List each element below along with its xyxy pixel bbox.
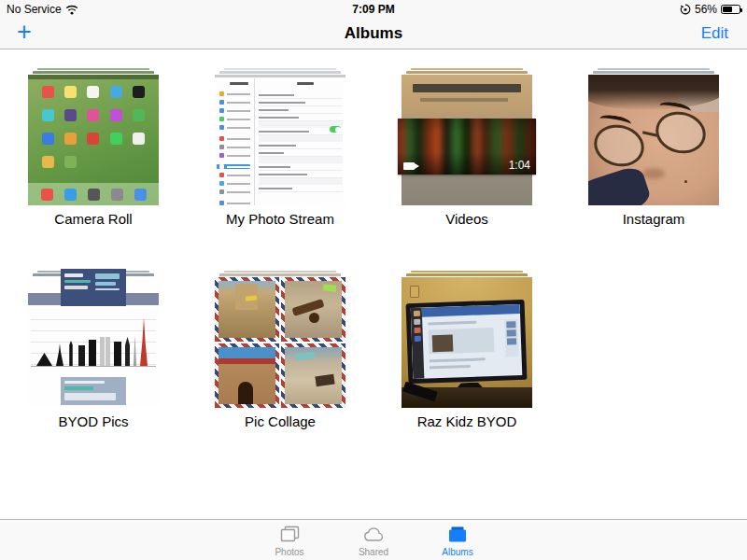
tab-albums[interactable]: Albums (416, 520, 500, 560)
video-duration: 1:04 (509, 159, 530, 172)
album-raz-kidz-byod[interactable]: Raz Kidz BYOD (402, 271, 532, 429)
album-title: Videos (445, 211, 488, 227)
pic-collage-thumbnail (215, 277, 345, 408)
building-height-chart-art (31, 309, 156, 367)
page-title: Albums (0, 24, 747, 43)
glasses-art (589, 119, 648, 172)
album-title: Instagram (623, 211, 685, 227)
instagram-thumbnail (588, 75, 719, 205)
tab-shared[interactable]: Shared (331, 520, 416, 560)
tab-label: Albums (442, 547, 472, 557)
tab-label: Photos (275, 547, 303, 557)
album-videos[interactable]: 1:04 Videos (402, 68, 532, 227)
raz-kidz-byod-thumbnail (402, 277, 532, 408)
album-stack-edges (402, 271, 532, 277)
album-instagram[interactable]: Instagram (588, 68, 719, 227)
album-title: My Photo Stream (226, 211, 334, 227)
infographic-footer-art (61, 377, 126, 405)
album-byod-pics[interactable]: BYOD Pics (28, 271, 159, 429)
tab-photos[interactable]: Photos (247, 520, 331, 560)
shared-cloud-icon (361, 524, 386, 546)
navigation-bar: + Albums Edit (0, 19, 747, 49)
video-camera-icon (403, 162, 415, 170)
album-title: Raz Kidz BYOD (417, 413, 517, 429)
album-stack-edges (588, 68, 719, 75)
album-title: Camera Roll (54, 211, 132, 227)
albums-icon (445, 524, 470, 546)
album-pic-collage[interactable]: Pic Collage (215, 271, 345, 429)
my-photo-stream-thumbnail (215, 75, 345, 205)
home-screen-app-icons (36, 86, 150, 168)
green-toggle-art (330, 126, 341, 133)
settings-detail-art (259, 91, 343, 192)
settings-sidebar-art (219, 91, 250, 205)
battery-icon (721, 5, 740, 14)
album-title: BYOD Pics (58, 413, 128, 429)
infographic-title-art (61, 269, 126, 306)
tab-label: Shared (359, 547, 388, 557)
camera-roll-thumbnail (28, 75, 159, 205)
album-title: Pic Collage (245, 413, 316, 429)
video-poster-frame: 1:04 (398, 119, 536, 175)
album-camera-roll[interactable]: Camera Roll (28, 68, 159, 227)
home-screen-dock (28, 183, 159, 205)
monitor-art (406, 300, 528, 384)
album-stack-edges (28, 68, 159, 75)
photos-icon (277, 524, 302, 546)
videos-thumbnail: 1:04 (402, 75, 532, 205)
album-stack-edges (402, 68, 532, 75)
album-stack-edges (215, 68, 345, 75)
album-my-photo-stream[interactable]: My Photo Stream (215, 68, 345, 227)
album-grid: Camera Roll (0, 50, 747, 429)
status-bar: No Service 7:09 PM 56% (0, 0, 747, 19)
clock: 7:09 PM (0, 3, 747, 16)
tab-bar: Photos Shared Albums (0, 519, 747, 560)
byod-pics-thumbnail (28, 277, 159, 408)
album-stack-edges (215, 271, 345, 277)
